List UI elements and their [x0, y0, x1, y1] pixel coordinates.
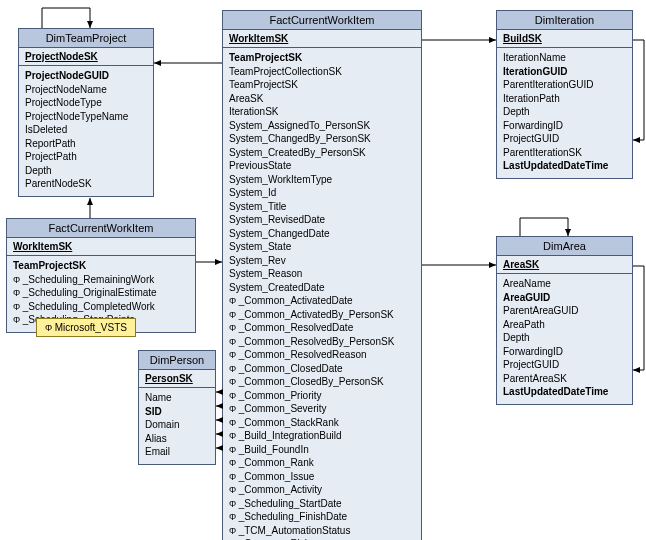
- attr-row: ProjectPath: [25, 150, 147, 164]
- attr-row: _Scheduling_StartDate: [229, 497, 415, 511]
- attr-row: Domain: [145, 418, 209, 432]
- entity-factcurrentworkitem-big: FactCurrentWorkItem WorkItemSK TeamProje…: [222, 10, 422, 540]
- entity-attrs: AreaNameAreaGUIDParentAreaGUIDAreaPathDe…: [497, 274, 632, 404]
- attr-row: _Common_Issue: [229, 470, 415, 484]
- attr-row: _TCM_AutomationStatus: [229, 524, 415, 538]
- attr-row: TeamProjectSK: [229, 51, 415, 65]
- attr-row: Alias: [145, 432, 209, 446]
- attr-row: System_WorkItemType: [229, 173, 415, 187]
- attr-row: AreaPath: [503, 318, 626, 332]
- attr-row: IterationGUID: [503, 65, 626, 79]
- attr-row: TeamProjectSK: [13, 259, 189, 273]
- entity-pk: BuildSK: [497, 30, 632, 48]
- entity-dimiteration: DimIteration BuildSK IterationNameIterat…: [496, 10, 633, 179]
- entity-pk: ProjectNodeSK: [19, 48, 153, 66]
- attr-row: _Common_Activity: [229, 483, 415, 497]
- attr-row: ReportPath: [25, 137, 147, 151]
- entity-pk: AreaSK: [497, 256, 632, 274]
- attr-row: LastUpdatedDateTime: [503, 385, 626, 399]
- attr-row: _Build_FoundIn: [229, 443, 415, 457]
- attr-row: ProjectNodeType: [25, 96, 147, 110]
- attr-row: ParentNodeSK: [25, 177, 147, 191]
- entity-title: DimPerson: [139, 351, 215, 370]
- attr-row: _Common_ActivatedBy_PersonSK: [229, 308, 415, 322]
- entity-dimperson: DimPerson PersonSK NameSIDDomainAliasEma…: [138, 350, 216, 465]
- attr-row: ForwardingID: [503, 119, 626, 133]
- attr-row: _Scheduling_CompletedWork: [13, 300, 189, 314]
- attr-row: ForwardingID: [503, 345, 626, 359]
- attr-row: IterationSK: [229, 105, 415, 119]
- attr-row: ParentAreaSK: [503, 372, 626, 386]
- attr-row: ProjectNodeGUID: [25, 69, 147, 83]
- attr-row: System_Rev: [229, 254, 415, 268]
- attr-row: ParentIterationSK: [503, 146, 626, 160]
- attr-row: _Common_ActivatedDate: [229, 294, 415, 308]
- attr-row: System_Title: [229, 200, 415, 214]
- entity-attrs: IterationNameIterationGUIDParentIteratio…: [497, 48, 632, 178]
- entity-attrs: TeamProjectSKTeamProjectCollectionSKTeam…: [223, 48, 421, 540]
- entity-title: FactCurrentWorkItem: [223, 11, 421, 30]
- attr-row: SID: [145, 405, 209, 419]
- entity-pk: PersonSK: [139, 370, 215, 388]
- attr-row: AreaName: [503, 277, 626, 291]
- attr-row: System_CreatedBy_PersonSK: [229, 146, 415, 160]
- entity-title: FactCurrentWorkItem: [7, 219, 195, 238]
- entity-pk: WorkItemSK: [223, 30, 421, 48]
- attr-row: _Common_ResolvedDate: [229, 321, 415, 335]
- attr-row: _Scheduling_FinishDate: [229, 510, 415, 524]
- entity-title: DimArea: [497, 237, 632, 256]
- attr-row: _Common_Priority: [229, 389, 415, 403]
- attr-row: Email: [145, 445, 209, 459]
- attr-row: IterationPath: [503, 92, 626, 106]
- attr-row: ProjectNodeName: [25, 83, 147, 97]
- entity-pk: WorkItemSK: [7, 238, 195, 256]
- attr-row: _Common_ClosedBy_PersonSK: [229, 375, 415, 389]
- attr-row: _Common_Severity: [229, 402, 415, 416]
- attr-row: _Common_ResolvedReason: [229, 348, 415, 362]
- attr-row: _Scheduling_OriginalEstimate: [13, 286, 189, 300]
- entity-attrs: NameSIDDomainAliasEmail: [139, 388, 215, 464]
- entity-factcurrentworkitem-small: FactCurrentWorkItem WorkItemSK TeamProje…: [6, 218, 196, 333]
- attr-row: System_Id: [229, 186, 415, 200]
- attr-row: Depth: [25, 164, 147, 178]
- attr-row: System_AssignedTo_PersonSK: [229, 119, 415, 133]
- attr-row: Name: [145, 391, 209, 405]
- attr-row: System_ChangedDate: [229, 227, 415, 241]
- attr-row: Depth: [503, 105, 626, 119]
- attr-row: _Common_Rank: [229, 456, 415, 470]
- attr-row: _Build_IntegrationBuild: [229, 429, 415, 443]
- attr-row: Depth: [503, 331, 626, 345]
- attr-row: ProjectNodeTypeName: [25, 110, 147, 124]
- attr-row: TeamProjectSK: [229, 78, 415, 92]
- attr-row: _Common_ResolvedBy_PersonSK: [229, 335, 415, 349]
- attr-row: System_State: [229, 240, 415, 254]
- legend-note: Microsoft_VSTS: [36, 318, 136, 337]
- attr-row: AreaGUID: [503, 291, 626, 305]
- attr-row: ProjectGUID: [503, 132, 626, 146]
- attr-row: ParentAreaGUID: [503, 304, 626, 318]
- entity-title: DimIteration: [497, 11, 632, 30]
- entity-dimteamproject: DimTeamProject ProjectNodeSK ProjectNode…: [18, 28, 154, 197]
- attr-row: LastUpdatedDateTime: [503, 159, 626, 173]
- attr-row: IsDeleted: [25, 123, 147, 137]
- attr-row: _Common_StackRank: [229, 416, 415, 430]
- attr-row: AreaSK: [229, 92, 415, 106]
- attr-row: System_ChangedBy_PersonSK: [229, 132, 415, 146]
- entity-dimarea: DimArea AreaSK AreaNameAreaGUIDParentAre…: [496, 236, 633, 405]
- entity-title: DimTeamProject: [19, 29, 153, 48]
- attr-row: PreviousState: [229, 159, 415, 173]
- attr-row: System_Reason: [229, 267, 415, 281]
- attr-row: IterationName: [503, 51, 626, 65]
- attr-row: System_CreatedDate: [229, 281, 415, 295]
- attr-row: System_RevisedDate: [229, 213, 415, 227]
- attr-row: _Scheduling_RemainingWork: [13, 273, 189, 287]
- entity-attrs: ProjectNodeGUIDProjectNodeNameProjectNod…: [19, 66, 153, 196]
- attr-row: ParentIterationGUID: [503, 78, 626, 92]
- attr-row: _Common_ClosedDate: [229, 362, 415, 376]
- attr-row: ProjectGUID: [503, 358, 626, 372]
- attr-row: TeamProjectCollectionSK: [229, 65, 415, 79]
